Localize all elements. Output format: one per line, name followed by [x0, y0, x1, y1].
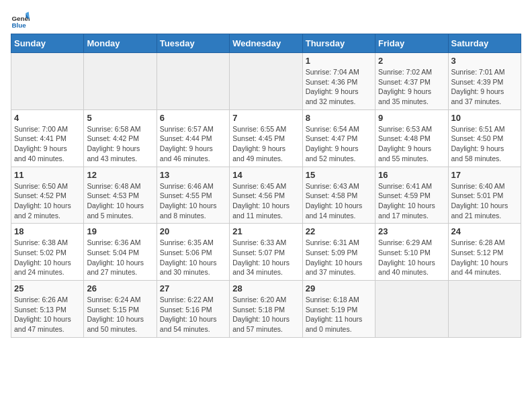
day-number: 23 — [378, 226, 445, 236]
day-number: 11 — [14, 170, 81, 180]
day-number: 26 — [87, 283, 153, 293]
day-detail: Sunrise: 6:28 AM Sunset: 5:12 PM Dayligh… — [451, 238, 518, 277]
day-detail: Sunrise: 6:58 AM Sunset: 4:42 PM Dayligh… — [87, 124, 153, 164]
day-detail: Sunrise: 6:54 AM Sunset: 4:47 PM Dayligh… — [306, 124, 372, 164]
day-detail: Sunrise: 6:57 AM Sunset: 4:44 PM Dayligh… — [160, 124, 226, 164]
day-number: 2 — [378, 56, 445, 66]
calendar-cell: 21Sunrise: 6:33 AM Sunset: 5:07 PM Dayli… — [230, 224, 302, 281]
day-number: 13 — [160, 170, 226, 180]
header-friday: Friday — [375, 34, 448, 53]
calendar-cell — [157, 53, 229, 110]
calendar-cell: 22Sunrise: 6:31 AM Sunset: 5:09 PM Dayli… — [302, 224, 375, 281]
calendar-cell: 16Sunrise: 6:41 AM Sunset: 4:59 PM Dayli… — [375, 167, 448, 224]
day-detail: Sunrise: 6:20 AM Sunset: 5:18 PM Dayligh… — [232, 295, 299, 334]
calendar-week-2: 4Sunrise: 7:00 AM Sunset: 4:41 PM Daylig… — [11, 109, 521, 167]
day-number: 7 — [232, 113, 299, 123]
day-detail: Sunrise: 6:55 AM Sunset: 4:45 PM Dayligh… — [232, 124, 299, 164]
calendar-cell: 12Sunrise: 6:48 AM Sunset: 4:53 PM Dayli… — [84, 167, 157, 224]
day-detail: Sunrise: 6:41 AM Sunset: 4:59 PM Dayligh… — [378, 181, 445, 221]
calendar-cell — [11, 53, 84, 110]
header-monday: Monday — [84, 34, 157, 53]
day-number: 22 — [306, 226, 372, 236]
calendar-cell: 1Sunrise: 7:04 AM Sunset: 4:36 PM Daylig… — [302, 53, 375, 110]
day-number: 12 — [87, 170, 153, 180]
calendar-cell: 23Sunrise: 6:29 AM Sunset: 5:10 PM Dayli… — [375, 224, 448, 281]
calendar-cell — [230, 53, 302, 110]
day-detail: Sunrise: 6:22 AM Sunset: 5:16 PM Dayligh… — [160, 295, 226, 334]
calendar-cell: 14Sunrise: 6:45 AM Sunset: 4:56 PM Dayli… — [230, 167, 302, 224]
calendar-cell — [84, 53, 157, 110]
header-sunday: Sunday — [11, 34, 84, 53]
calendar-cell: 17Sunrise: 6:40 AM Sunset: 5:01 PM Dayli… — [448, 167, 521, 224]
day-number: 17 — [451, 170, 518, 180]
day-detail: Sunrise: 7:00 AM Sunset: 4:41 PM Dayligh… — [14, 124, 81, 164]
calendar-cell — [448, 281, 521, 338]
day-detail: Sunrise: 6:36 AM Sunset: 5:04 PM Dayligh… — [87, 238, 153, 277]
day-detail: Sunrise: 6:26 AM Sunset: 5:13 PM Dayligh… — [14, 295, 81, 334]
day-number: 1 — [306, 56, 372, 66]
day-number: 14 — [232, 170, 299, 180]
page-header: General Blue — [11, 11, 521, 30]
calendar-cell: 18Sunrise: 6:38 AM Sunset: 5:02 PM Dayli… — [11, 224, 84, 281]
day-number: 5 — [87, 113, 153, 123]
logo-icon: General Blue — [11, 11, 30, 30]
calendar-cell: 27Sunrise: 6:22 AM Sunset: 5:16 PM Dayli… — [157, 281, 229, 338]
day-number: 29 — [306, 283, 372, 293]
calendar-cell: 26Sunrise: 6:24 AM Sunset: 5:15 PM Dayli… — [84, 281, 157, 338]
day-detail: Sunrise: 6:48 AM Sunset: 4:53 PM Dayligh… — [87, 181, 153, 221]
calendar-week-5: 25Sunrise: 6:26 AM Sunset: 5:13 PM Dayli… — [11, 281, 521, 338]
day-number: 6 — [160, 113, 226, 123]
day-number: 24 — [451, 226, 518, 236]
day-detail: Sunrise: 6:18 AM Sunset: 5:19 PM Dayligh… — [306, 295, 372, 334]
day-number: 19 — [87, 226, 153, 236]
day-detail: Sunrise: 7:04 AM Sunset: 4:36 PM Dayligh… — [306, 67, 372, 107]
day-detail: Sunrise: 6:24 AM Sunset: 5:15 PM Dayligh… — [87, 295, 153, 334]
calendar-cell: 3Sunrise: 7:01 AM Sunset: 4:39 PM Daylig… — [448, 53, 521, 110]
calendar-week-3: 11Sunrise: 6:50 AM Sunset: 4:52 PM Dayli… — [11, 167, 521, 224]
calendar-table: SundayMondayTuesdayWednesdayThursdayFrid… — [11, 34, 521, 338]
day-detail: Sunrise: 6:29 AM Sunset: 5:10 PM Dayligh… — [378, 238, 445, 277]
day-number: 3 — [451, 56, 518, 66]
day-number: 21 — [232, 226, 299, 236]
day-detail: Sunrise: 6:40 AM Sunset: 5:01 PM Dayligh… — [451, 181, 518, 221]
day-number: 4 — [14, 113, 81, 123]
calendar-cell: 4Sunrise: 7:00 AM Sunset: 4:41 PM Daylig… — [11, 109, 84, 167]
header-saturday: Saturday — [448, 34, 521, 53]
header-tuesday: Tuesday — [157, 34, 229, 53]
calendar-cell: 13Sunrise: 6:46 AM Sunset: 4:55 PM Dayli… — [157, 167, 229, 224]
calendar-week-4: 18Sunrise: 6:38 AM Sunset: 5:02 PM Dayli… — [11, 224, 521, 281]
day-detail: Sunrise: 6:50 AM Sunset: 4:52 PM Dayligh… — [14, 181, 81, 221]
day-detail: Sunrise: 6:31 AM Sunset: 5:09 PM Dayligh… — [306, 238, 372, 277]
calendar-cell: 20Sunrise: 6:35 AM Sunset: 5:06 PM Dayli… — [157, 224, 229, 281]
calendar-header-row: SundayMondayTuesdayWednesdayThursdayFrid… — [11, 34, 521, 53]
day-detail: Sunrise: 6:38 AM Sunset: 5:02 PM Dayligh… — [14, 238, 81, 277]
day-number: 25 — [14, 283, 81, 293]
day-number: 8 — [306, 113, 372, 123]
day-detail: Sunrise: 6:53 AM Sunset: 4:48 PM Dayligh… — [378, 124, 445, 164]
header-thursday: Thursday — [302, 34, 375, 53]
calendar-cell: 28Sunrise: 6:20 AM Sunset: 5:18 PM Dayli… — [230, 281, 302, 338]
calendar-week-1: 1Sunrise: 7:04 AM Sunset: 4:36 PM Daylig… — [11, 53, 521, 110]
calendar-cell — [375, 281, 448, 338]
day-number: 27 — [160, 283, 226, 293]
day-detail: Sunrise: 6:45 AM Sunset: 4:56 PM Dayligh… — [232, 181, 299, 221]
calendar-cell: 5Sunrise: 6:58 AM Sunset: 4:42 PM Daylig… — [84, 109, 157, 167]
calendar-cell: 7Sunrise: 6:55 AM Sunset: 4:45 PM Daylig… — [230, 109, 302, 167]
day-detail: Sunrise: 7:02 AM Sunset: 4:37 PM Dayligh… — [378, 67, 445, 107]
header-wednesday: Wednesday — [230, 34, 302, 53]
day-detail: Sunrise: 6:33 AM Sunset: 5:07 PM Dayligh… — [232, 238, 299, 277]
calendar-cell: 8Sunrise: 6:54 AM Sunset: 4:47 PM Daylig… — [302, 109, 375, 167]
calendar-cell: 2Sunrise: 7:02 AM Sunset: 4:37 PM Daylig… — [375, 53, 448, 110]
day-detail: Sunrise: 6:51 AM Sunset: 4:50 PM Dayligh… — [451, 124, 518, 164]
day-detail: Sunrise: 6:35 AM Sunset: 5:06 PM Dayligh… — [160, 238, 226, 277]
day-number: 20 — [160, 226, 226, 236]
day-number: 9 — [378, 113, 445, 123]
calendar-cell: 29Sunrise: 6:18 AM Sunset: 5:19 PM Dayli… — [302, 281, 375, 338]
day-number: 16 — [378, 170, 445, 180]
logo: General Blue — [11, 11, 30, 30]
calendar-cell: 19Sunrise: 6:36 AM Sunset: 5:04 PM Dayli… — [84, 224, 157, 281]
calendar-cell: 6Sunrise: 6:57 AM Sunset: 4:44 PM Daylig… — [157, 109, 229, 167]
calendar-cell: 10Sunrise: 6:51 AM Sunset: 4:50 PM Dayli… — [448, 109, 521, 167]
calendar-cell: 11Sunrise: 6:50 AM Sunset: 4:52 PM Dayli… — [11, 167, 84, 224]
day-number: 10 — [451, 113, 518, 123]
